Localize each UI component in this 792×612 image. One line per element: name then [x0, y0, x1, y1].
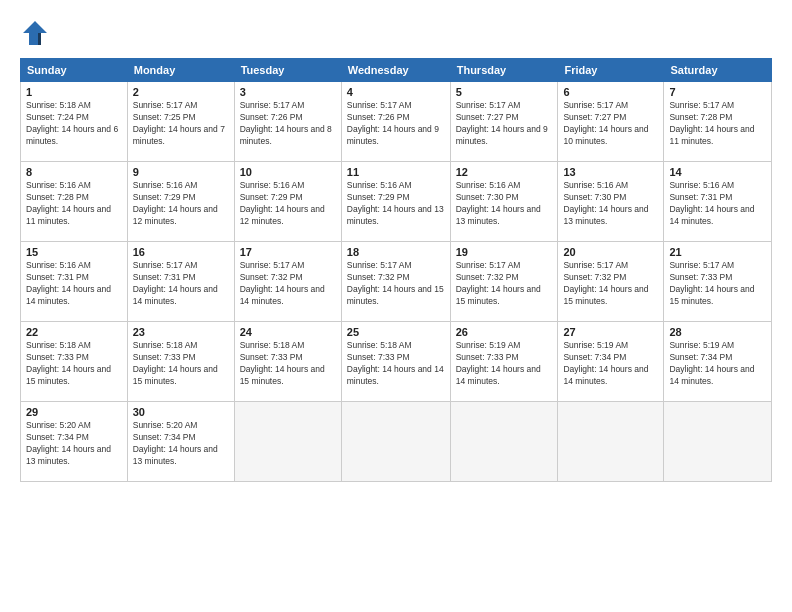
daylight-label: Daylight: 14 hours and 9 minutes. — [456, 124, 548, 146]
day-info: Sunrise: 5:17 AM Sunset: 7:25 PM Dayligh… — [133, 100, 229, 148]
daylight-label: Daylight: 14 hours and 10 minutes. — [563, 124, 648, 146]
daylight-label: Daylight: 14 hours and 9 minutes. — [347, 124, 439, 146]
calendar-day-cell: 4 Sunrise: 5:17 AM Sunset: 7:26 PM Dayli… — [341, 82, 450, 162]
calendar-header-cell: Friday — [558, 59, 664, 82]
day-info: Sunrise: 5:17 AM Sunset: 7:32 PM Dayligh… — [347, 260, 445, 308]
calendar-header-cell: Sunday — [21, 59, 128, 82]
sunset-label: Sunset: 7:31 PM — [26, 272, 89, 282]
calendar-header-row: SundayMondayTuesdayWednesdayThursdayFrid… — [21, 59, 772, 82]
daylight-label: Daylight: 14 hours and 14 minutes. — [240, 284, 325, 306]
calendar-day-cell: 18 Sunrise: 5:17 AM Sunset: 7:32 PM Dayl… — [341, 242, 450, 322]
day-number: 20 — [563, 246, 658, 258]
day-info: Sunrise: 5:16 AM Sunset: 7:28 PM Dayligh… — [26, 180, 122, 228]
day-info: Sunrise: 5:17 AM Sunset: 7:26 PM Dayligh… — [347, 100, 445, 148]
calendar-day-cell: 5 Sunrise: 5:17 AM Sunset: 7:27 PM Dayli… — [450, 82, 558, 162]
sunset-label: Sunset: 7:32 PM — [456, 272, 519, 282]
day-info: Sunrise: 5:16 AM Sunset: 7:30 PM Dayligh… — [563, 180, 658, 228]
daylight-label: Daylight: 14 hours and 12 minutes. — [133, 204, 218, 226]
calendar-day-cell: 17 Sunrise: 5:17 AM Sunset: 7:32 PM Dayl… — [234, 242, 341, 322]
day-number: 17 — [240, 246, 336, 258]
daylight-label: Daylight: 14 hours and 15 minutes. — [563, 284, 648, 306]
day-number: 8 — [26, 166, 122, 178]
calendar-day-cell: 27 Sunrise: 5:19 AM Sunset: 7:34 PM Dayl… — [558, 322, 664, 402]
day-number: 11 — [347, 166, 445, 178]
calendar-day-cell — [341, 402, 450, 482]
daylight-label: Daylight: 14 hours and 11 minutes. — [669, 124, 754, 146]
calendar-header-cell: Tuesday — [234, 59, 341, 82]
day-number: 10 — [240, 166, 336, 178]
daylight-label: Daylight: 14 hours and 14 minutes. — [563, 364, 648, 386]
daylight-label: Daylight: 14 hours and 15 minutes. — [669, 284, 754, 306]
day-number: 14 — [669, 166, 766, 178]
day-info: Sunrise: 5:17 AM Sunset: 7:33 PM Dayligh… — [669, 260, 766, 308]
calendar-day-cell: 10 Sunrise: 5:16 AM Sunset: 7:29 PM Dayl… — [234, 162, 341, 242]
day-info: Sunrise: 5:16 AM Sunset: 7:29 PM Dayligh… — [347, 180, 445, 228]
svg-marker-0 — [23, 21, 47, 45]
day-number: 18 — [347, 246, 445, 258]
calendar-day-cell — [450, 402, 558, 482]
sunset-label: Sunset: 7:32 PM — [347, 272, 410, 282]
day-info: Sunrise: 5:17 AM Sunset: 7:28 PM Dayligh… — [669, 100, 766, 148]
day-info: Sunrise: 5:16 AM Sunset: 7:29 PM Dayligh… — [240, 180, 336, 228]
calendar-day-cell: 11 Sunrise: 5:16 AM Sunset: 7:29 PM Dayl… — [341, 162, 450, 242]
daylight-label: Daylight: 14 hours and 14 minutes. — [133, 284, 218, 306]
daylight-label: Daylight: 14 hours and 6 minutes. — [26, 124, 118, 146]
calendar-day-cell: 15 Sunrise: 5:16 AM Sunset: 7:31 PM Dayl… — [21, 242, 128, 322]
calendar-day-cell: 3 Sunrise: 5:17 AM Sunset: 7:26 PM Dayli… — [234, 82, 341, 162]
daylight-label: Daylight: 14 hours and 14 minutes. — [669, 364, 754, 386]
daylight-label: Daylight: 14 hours and 14 minutes. — [669, 204, 754, 226]
daylight-label: Daylight: 14 hours and 8 minutes. — [240, 124, 332, 146]
sunrise-label: Sunrise: 5:17 AM — [669, 260, 734, 270]
day-number: 13 — [563, 166, 658, 178]
sunrise-label: Sunrise: 5:19 AM — [563, 340, 628, 350]
sunset-label: Sunset: 7:24 PM — [26, 112, 89, 122]
calendar-day-cell: 14 Sunrise: 5:16 AM Sunset: 7:31 PM Dayl… — [664, 162, 772, 242]
sunrise-label: Sunrise: 5:17 AM — [133, 100, 198, 110]
day-number: 21 — [669, 246, 766, 258]
calendar-body: 1 Sunrise: 5:18 AM Sunset: 7:24 PM Dayli… — [21, 82, 772, 482]
calendar-week-row: 29 Sunrise: 5:20 AM Sunset: 7:34 PM Dayl… — [21, 402, 772, 482]
calendar-day-cell: 8 Sunrise: 5:16 AM Sunset: 7:28 PM Dayli… — [21, 162, 128, 242]
calendar-day-cell: 19 Sunrise: 5:17 AM Sunset: 7:32 PM Dayl… — [450, 242, 558, 322]
page-container: SundayMondayTuesdayWednesdayThursdayFrid… — [0, 0, 792, 612]
sunset-label: Sunset: 7:29 PM — [133, 192, 196, 202]
calendar-day-cell: 1 Sunrise: 5:18 AM Sunset: 7:24 PM Dayli… — [21, 82, 128, 162]
sunset-label: Sunset: 7:26 PM — [347, 112, 410, 122]
calendar-day-cell: 29 Sunrise: 5:20 AM Sunset: 7:34 PM Dayl… — [21, 402, 128, 482]
day-number: 24 — [240, 326, 336, 338]
sunset-label: Sunset: 7:32 PM — [240, 272, 303, 282]
calendar-day-cell: 2 Sunrise: 5:17 AM Sunset: 7:25 PM Dayli… — [127, 82, 234, 162]
day-info: Sunrise: 5:18 AM Sunset: 7:24 PM Dayligh… — [26, 100, 122, 148]
daylight-label: Daylight: 14 hours and 15 minutes. — [240, 364, 325, 386]
calendar-week-row: 8 Sunrise: 5:16 AM Sunset: 7:28 PM Dayli… — [21, 162, 772, 242]
sunrise-label: Sunrise: 5:18 AM — [240, 340, 305, 350]
calendar-day-cell: 13 Sunrise: 5:16 AM Sunset: 7:30 PM Dayl… — [558, 162, 664, 242]
sunrise-label: Sunrise: 5:19 AM — [669, 340, 734, 350]
sunrise-label: Sunrise: 5:18 AM — [347, 340, 412, 350]
sunset-label: Sunset: 7:28 PM — [669, 112, 732, 122]
calendar-day-cell: 25 Sunrise: 5:18 AM Sunset: 7:33 PM Dayl… — [341, 322, 450, 402]
sunset-label: Sunset: 7:28 PM — [26, 192, 89, 202]
sunset-label: Sunset: 7:25 PM — [133, 112, 196, 122]
daylight-label: Daylight: 14 hours and 14 minutes. — [26, 284, 111, 306]
day-info: Sunrise: 5:17 AM Sunset: 7:31 PM Dayligh… — [133, 260, 229, 308]
calendar-table: SundayMondayTuesdayWednesdayThursdayFrid… — [20, 58, 772, 482]
sunrise-label: Sunrise: 5:16 AM — [347, 180, 412, 190]
day-number: 6 — [563, 86, 658, 98]
day-number: 5 — [456, 86, 553, 98]
day-number: 27 — [563, 326, 658, 338]
calendar-day-cell: 20 Sunrise: 5:17 AM Sunset: 7:32 PM Dayl… — [558, 242, 664, 322]
day-number: 30 — [133, 406, 229, 418]
sunset-label: Sunset: 7:27 PM — [456, 112, 519, 122]
day-info: Sunrise: 5:17 AM Sunset: 7:27 PM Dayligh… — [456, 100, 553, 148]
sunset-label: Sunset: 7:30 PM — [456, 192, 519, 202]
daylight-label: Daylight: 14 hours and 14 minutes. — [456, 364, 541, 386]
sunrise-label: Sunrise: 5:18 AM — [133, 340, 198, 350]
day-info: Sunrise: 5:16 AM Sunset: 7:31 PM Dayligh… — [26, 260, 122, 308]
day-info: Sunrise: 5:18 AM Sunset: 7:33 PM Dayligh… — [347, 340, 445, 388]
day-info: Sunrise: 5:17 AM Sunset: 7:27 PM Dayligh… — [563, 100, 658, 148]
daylight-label: Daylight: 14 hours and 13 minutes. — [563, 204, 648, 226]
day-info: Sunrise: 5:18 AM Sunset: 7:33 PM Dayligh… — [26, 340, 122, 388]
calendar-day-cell: 24 Sunrise: 5:18 AM Sunset: 7:33 PM Dayl… — [234, 322, 341, 402]
daylight-label: Daylight: 14 hours and 15 minutes. — [26, 364, 111, 386]
